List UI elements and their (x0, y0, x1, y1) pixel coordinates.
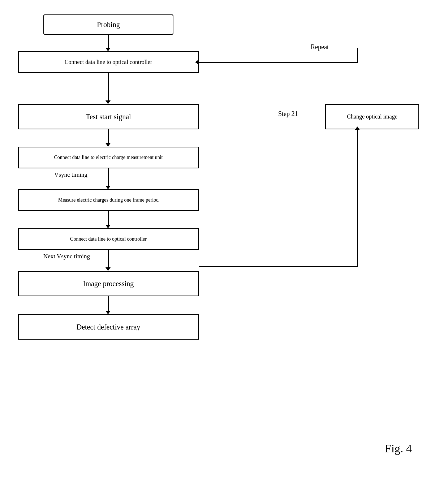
probing-label: Probing (97, 21, 120, 29)
test-start-label: Test start signal (86, 113, 131, 121)
arrowhead-5 (105, 225, 111, 228)
repeat-h1 (199, 62, 358, 63)
arrowhead-change-up (355, 126, 360, 130)
repeat-v1 (357, 48, 358, 63)
arrow-2 (108, 73, 109, 102)
image-processing-box: Image processing (18, 271, 199, 296)
arrow-5 (108, 211, 109, 226)
vsync-timing-label: Vsync timing (54, 171, 87, 178)
arrow-4 (108, 168, 109, 187)
arrowhead-7 (105, 311, 111, 314)
repeat-v2 (357, 129, 358, 267)
repeat-label: Repeat (311, 43, 329, 51)
arrow-1 (108, 35, 109, 49)
connect-charge-label: Connect data line to electric charge mea… (54, 155, 163, 160)
arrowhead-3 (105, 143, 111, 147)
connect-optical-box: Connect data line to optical controller (18, 51, 199, 73)
detect-box: Detect defective array (18, 314, 199, 340)
change-optical-box: Change optical image (325, 104, 419, 129)
next-vsync-label: Next Vsync timing (43, 253, 90, 260)
arrowhead-repeat (195, 60, 199, 65)
fig-label: Fig. 4 (385, 442, 412, 455)
arrowhead-1 (105, 48, 111, 51)
repeat-h2 (199, 266, 358, 267)
connect-optical2-label: Connect data line to optical controller (70, 236, 147, 242)
arrow-3 (108, 129, 109, 145)
arrowhead-2 (105, 100, 111, 104)
connect-optical-label: Connect data line to optical controller (65, 59, 152, 65)
detect-label: Detect defective array (77, 323, 141, 331)
connect-charge-box: Connect data line to electric charge mea… (18, 147, 199, 168)
measure-label: Measure electric charges during one fram… (58, 197, 159, 203)
arrow-7 (108, 296, 109, 312)
connect-optical2-box: Connect data line to optical controller (18, 228, 199, 250)
arrowhead-4 (105, 186, 111, 189)
probing-box: Probing (43, 14, 173, 35)
step21-label: Step 21 (278, 110, 298, 118)
measure-box: Measure electric charges during one fram… (18, 189, 199, 211)
arrowhead-6 (105, 267, 111, 271)
flowchart-diagram: Probing Connect data line to optical con… (7, 7, 441, 470)
loop-v1 (108, 266, 109, 267)
image-processing-label: Image processing (83, 280, 134, 288)
change-optical-label: Change optical image (347, 113, 397, 120)
test-start-box: Test start signal (18, 104, 199, 129)
